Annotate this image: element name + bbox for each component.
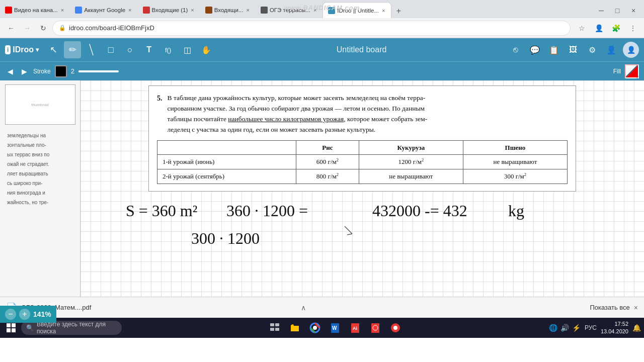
row1-corn: 1200 г/м2 — [359, 155, 463, 169]
row1-millet: не выращивают — [463, 155, 567, 169]
tab-idroo[interactable]: IDroo || Untitle... × — [323, 2, 391, 18]
tab-inbox2[interactable]: Входящи... × — [200, 2, 256, 18]
download-chevron-icon[interactable]: ∧ — [301, 304, 306, 312]
maximize-button[interactable]: □ — [610, 3, 625, 18]
show-all-button[interactable]: Показать все — [590, 304, 629, 311]
forward-button[interactable]: → — [20, 21, 34, 35]
stroke-size-slider[interactable] — [78, 70, 119, 72]
canvas-area[interactable]: 5. В таблице дана урожайность культур, к… — [80, 80, 644, 297]
tab-label-idroo: IDroo || Untitle... — [337, 8, 379, 14]
zoom-in-button[interactable]: + — [19, 309, 30, 320]
col-header-rice: Рис — [296, 140, 359, 155]
tool-pen[interactable]: ✏ — [64, 41, 81, 58]
svg-point-23 — [373, 325, 378, 330]
svg-line-7 — [347, 234, 352, 235]
taskbar-lang-label[interactable]: РУС — [585, 324, 597, 331]
zoom-percent: 141% — [33, 310, 51, 318]
bookmark-icon[interactable]: ☆ — [575, 21, 589, 35]
left-text-2: зонтальные пло- — [3, 140, 77, 150]
board-title[interactable]: Untitled board — [217, 45, 506, 54]
idroo-logo-icon: i — [5, 45, 11, 54]
problem-text: В таблице дана урожайность культур, кото… — [168, 93, 428, 135]
fill-color-swatch[interactable] — [625, 64, 639, 78]
address-input[interactable]: 🔒 idroo.com/board-iEIOBmFjxD — [52, 21, 571, 36]
tab-label-google: Аккаунт Google — [84, 7, 125, 13]
idroo-logo[interactable]: i IDroo ▾ — [5, 45, 39, 54]
svg-rect-13 — [275, 323, 279, 326]
taskbar-app-misc[interactable] — [387, 320, 404, 336]
table-row-1: 1-й урожай (июнь) 600 г/м2 1200 г/м2 не … — [157, 155, 568, 169]
col-header-corn: Кукуруза — [359, 140, 463, 155]
stroke-color-swatch[interactable] — [55, 65, 67, 77]
menu-icon[interactable]: ⋮ — [626, 21, 640, 35]
tab-close-gmail[interactable]: × — [190, 7, 195, 13]
tab-close-youtube[interactable]: × — [60, 7, 65, 13]
taskbar-app-word[interactable]: W — [327, 320, 343, 336]
tab-label-oge: ОГЭ террасы... — [270, 7, 310, 13]
tab-close-inbox2[interactable]: × — [245, 7, 250, 13]
tool-text[interactable]: T — [140, 41, 157, 58]
user-avatar[interactable]: 👤 — [623, 42, 639, 58]
extension-icon[interactable]: 🧩 — [609, 21, 623, 35]
taskbar-app-idroo[interactable] — [367, 320, 383, 336]
tool-rectangle[interactable]: □ — [102, 41, 119, 58]
tab-label-inbox2: Входящи... — [214, 7, 244, 13]
tab-gmail[interactable]: Входящие (1) × — [138, 2, 200, 18]
left-text-7: ния винограда и — [3, 188, 77, 198]
taskbar-battery-icon[interactable]: ⚡ — [572, 324, 581, 332]
taskbar-app-acrobat[interactable]: Ai — [347, 320, 363, 336]
new-tab-button[interactable]: + — [391, 4, 406, 18]
image-insert-icon[interactable]: 🖼 — [566, 42, 581, 57]
stroke-size: 2 — [71, 67, 74, 75]
table-container: Рис Кукуруза Пшено 1-й урожай (июнь) 600… — [157, 140, 568, 184]
taskbar-app-filemanager[interactable] — [287, 320, 303, 336]
taskbar-app-chrome[interactable] — [307, 320, 323, 336]
tool-cursor[interactable]: ↖ — [45, 41, 62, 58]
col-header-millet: Пшено — [463, 140, 567, 155]
taskbar-system-icons: 🌐 🔊 ⚡ — [549, 324, 581, 332]
svg-text:360 · 1200 =: 360 · 1200 = — [226, 202, 308, 220]
row2-millet: 300 г/м2 — [463, 169, 567, 184]
tool-eraser[interactable]: ◫ — [179, 41, 196, 58]
users-icon[interactable]: 👤 — [604, 42, 619, 57]
minimize-button[interactable]: ─ — [594, 3, 609, 18]
fill-label: Fill — [613, 68, 621, 75]
pages-icon[interactable]: 📋 — [546, 42, 561, 57]
tool-ellipse[interactable]: ○ — [121, 41, 138, 58]
tab-close-google[interactable]: × — [127, 7, 132, 13]
tab-youtube[interactable]: Видео на кана... × — [0, 2, 70, 18]
settings-icon[interactable]: ⚙ — [585, 42, 600, 57]
profile-icon[interactable]: 👤 — [592, 21, 606, 35]
row2-label: 2-й урожай (сентябрь) — [157, 169, 296, 184]
taskbar-network-icon[interactable]: 🌐 — [549, 324, 557, 332]
taskbar-volume-icon[interactable]: 🔊 — [560, 324, 569, 332]
tab-google[interactable]: Аккаунт Google × — [70, 2, 137, 18]
taskbar-search-text: Введите здесь текст для поиска — [37, 321, 117, 335]
reload-button[interactable]: ↻ — [36, 21, 50, 35]
zoom-out-button[interactable]: − — [5, 309, 16, 320]
tool-hand[interactable]: ✋ — [198, 41, 215, 58]
tab-close-oge[interactable]: × — [312, 7, 317, 13]
stroke-left-arrow[interactable]: ◀ — [5, 66, 15, 76]
close-button[interactable]: × — [626, 3, 641, 18]
tool-formula[interactable]: f() — [159, 41, 177, 58]
tool-line[interactable]: ╱ — [79, 38, 104, 62]
taskbar-date-value: 13.04.2020 — [601, 328, 628, 335]
tab-close-idroo[interactable]: × — [381, 8, 386, 14]
address-bar: ← → ↻ 🔒 idroo.com/board-iEIOBmFjxD ☆ 👤 🧩… — [0, 18, 644, 38]
taskbar-app-taskview[interactable] — [267, 320, 283, 336]
tab-oge[interactable]: ОГЭ террасы... × — [256, 2, 323, 18]
share-icon[interactable]: ⎋ — [508, 42, 523, 57]
download-close-button[interactable]: × — [634, 304, 638, 312]
problem-number: 5. — [157, 93, 163, 104]
back-button[interactable]: ← — [4, 21, 18, 35]
stroke-right-arrow[interactable]: ▶ — [19, 66, 29, 76]
taskbar-clock[interactable]: 17:52 13.04.2020 — [601, 320, 628, 336]
left-text-6: сь широко при- — [3, 178, 77, 188]
crop-table: Рис Кукуруза Пшено 1-й урожай (июнь) 600… — [157, 140, 568, 184]
svg-line-0 — [626, 65, 639, 78]
taskbar-search[interactable]: 🔍 Введите здесь текст для поиска — [21, 321, 122, 335]
sub-toolbar: ◀ ▶ Stroke 2 Fill — [0, 61, 644, 80]
taskbar-notification-icon[interactable]: 🔔 — [632, 324, 641, 332]
comment-icon[interactable]: 💬 — [527, 42, 542, 57]
